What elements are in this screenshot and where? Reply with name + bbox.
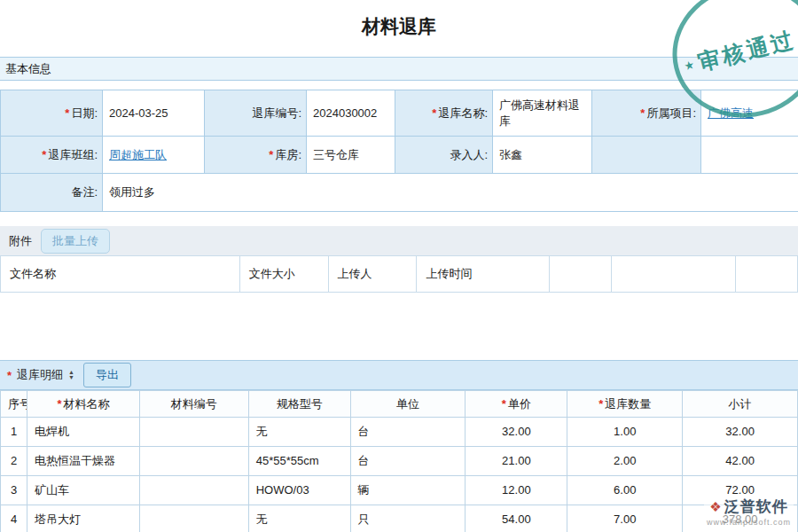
- attach-col-header: [612, 256, 736, 292]
- table-cell: 塔吊大灯: [27, 505, 140, 532]
- detail-col-header: 规格型号: [249, 391, 351, 418]
- detail-table-header: 序号*材料名称材料编号规格型号单位*单价*退库数量小计: [1, 390, 798, 418]
- table-cell: 2: [1, 447, 27, 476]
- table-row: 1电焊机无台32.001.0032.00: [1, 418, 798, 447]
- warehouse-label-text: 库房:: [275, 147, 301, 163]
- table-cell: 电热恒温干燥器: [27, 447, 140, 476]
- team-value: 周超施工队: [103, 137, 205, 174]
- warehouse-value: 三号仓库: [307, 137, 395, 174]
- fanpu-logo-icon: ❖: [709, 499, 721, 515]
- fanpu-url: www.fanpusoft.com: [707, 518, 791, 527]
- return-name-value: 广佛高速材料退库: [493, 90, 592, 137]
- table-cell: 12.00: [466, 476, 567, 505]
- table-cell: 2.00: [567, 447, 683, 476]
- attachments-bar: 附件 批量上传: [0, 226, 798, 255]
- detail-col-header: *单价: [466, 391, 567, 418]
- attach-col-header: 文件名称: [1, 256, 240, 292]
- table-cell: 矿山车: [27, 476, 140, 505]
- required-asterisk: *: [502, 397, 506, 411]
- detail-table-body: 1电焊机无台32.001.0032.002电热恒温干燥器45*55*55cm台2…: [1, 418, 798, 532]
- table-cell: [140, 505, 249, 532]
- section-basic-info: 基本信息: [0, 57, 798, 81]
- table-cell: 6.00: [567, 476, 683, 505]
- table-cell: 台: [351, 447, 466, 476]
- empty-value-cell: [701, 137, 798, 174]
- table-cell: [140, 418, 249, 447]
- table-row: 2电热恒温干燥器45*55*55cm台21.002.0042.00: [1, 447, 798, 476]
- table-cell: 台: [351, 418, 466, 447]
- required-asterisk: *: [432, 106, 436, 120]
- table-cell: [140, 447, 249, 476]
- table-cell: 21.00: [466, 447, 567, 476]
- team-label: * 退库班组:: [1, 137, 103, 174]
- date-label: * 日期:: [1, 90, 103, 137]
- table-cell: HOWO/03: [249, 476, 351, 505]
- detail-table: 序号*材料名称材料编号规格型号单位*单价*退库数量小计 1电焊机无台32.001…: [0, 390, 798, 532]
- attach-col-header: 上传人: [329, 256, 418, 292]
- table-row: 3矿山车HOWO/03辆12.006.0072.00: [1, 476, 798, 505]
- detail-section-title: 退库明细: [17, 367, 63, 383]
- project-link[interactable]: 广佛高速: [708, 106, 754, 121]
- detail-col-header: 序号: [1, 391, 27, 418]
- required-asterisk: *: [57, 397, 61, 411]
- project-label-text: 所属项目:: [646, 106, 696, 121]
- attachments-header-row: 文件名称文件大小上传人上传时间: [0, 255, 798, 293]
- required-asterisk: *: [598, 397, 603, 411]
- table-cell: 电焊机: [27, 418, 140, 447]
- detail-col-header: 单位: [351, 391, 466, 418]
- detail-col-header: 小计: [683, 391, 798, 418]
- table-cell: 1.00: [567, 418, 683, 447]
- fanpu-watermark: ❖ 泛普软件 www.fanpusoft.com: [704, 496, 794, 528]
- project-value: 广佛高速: [701, 90, 798, 137]
- date-label-text: 日期:: [71, 106, 98, 121]
- project-label: * 所属项目:: [592, 90, 701, 137]
- table-cell: 3: [1, 476, 27, 505]
- required-asterisk: *: [42, 148, 46, 161]
- return-name-label: * 退库名称:: [395, 90, 493, 137]
- table-cell: 只: [351, 505, 466, 532]
- table-cell: 32.00: [466, 418, 567, 447]
- date-value: 2024-03-25: [103, 90, 205, 137]
- table-cell: 7.00: [567, 505, 683, 532]
- team-label-text: 退库班组:: [48, 147, 98, 163]
- table-cell: 1: [1, 418, 27, 447]
- attachments-empty-area: [0, 293, 798, 344]
- return-no-value: 2024030002: [307, 90, 395, 137]
- empty-label-cell: [592, 137, 701, 174]
- table-cell: 无: [249, 505, 351, 532]
- table-cell: 无: [249, 418, 351, 447]
- return-name-label-text: 退库名称:: [438, 106, 488, 121]
- table-cell: [140, 476, 249, 505]
- required-asterisk: *: [7, 369, 12, 382]
- attach-col-header: [550, 256, 612, 292]
- attach-col-header: 文件大小: [240, 256, 329, 292]
- attach-col-header: [736, 256, 798, 292]
- return-no-label-text: 退库编号:: [252, 106, 301, 121]
- page-title: 材料退库: [0, 0, 798, 50]
- basic-info-form: * 日期: 2024-03-25 退库编号: 2024030002 * 退库名称…: [0, 90, 798, 212]
- detail-col-header: 材料编号: [140, 391, 249, 418]
- attachments-title: 附件: [9, 233, 32, 249]
- required-asterisk: *: [640, 106, 645, 120]
- attach-col-header: 上传时间: [417, 256, 550, 292]
- batch-upload-button[interactable]: 批量上传: [41, 229, 110, 254]
- export-button[interactable]: 导出: [83, 363, 131, 387]
- table-cell: 42.00: [683, 447, 798, 476]
- required-asterisk: *: [269, 148, 273, 161]
- table-cell: 32.00: [683, 418, 798, 447]
- sort-icon[interactable]: ▲▼: [68, 370, 74, 380]
- remark-label-text: 备注:: [71, 184, 98, 200]
- detail-col-header: *材料名称: [27, 391, 140, 418]
- recorder-label-text: 录入人:: [450, 147, 488, 163]
- remark-label: 备注:: [1, 174, 103, 211]
- table-cell: 辆: [351, 476, 466, 505]
- recorder-label: 录入人:: [395, 137, 493, 174]
- table-cell: 45*55*55cm: [249, 447, 351, 476]
- team-link[interactable]: 周超施工队: [109, 147, 167, 163]
- required-asterisk: *: [65, 106, 69, 120]
- detail-section-bar: * 退库明细 ▲▼ 导出: [0, 360, 798, 390]
- recorder-value: 张鑫: [493, 137, 592, 174]
- table-cell: 4: [1, 505, 27, 532]
- table-cell: 54.00: [466, 505, 567, 532]
- detail-col-header: *退库数量: [567, 391, 683, 418]
